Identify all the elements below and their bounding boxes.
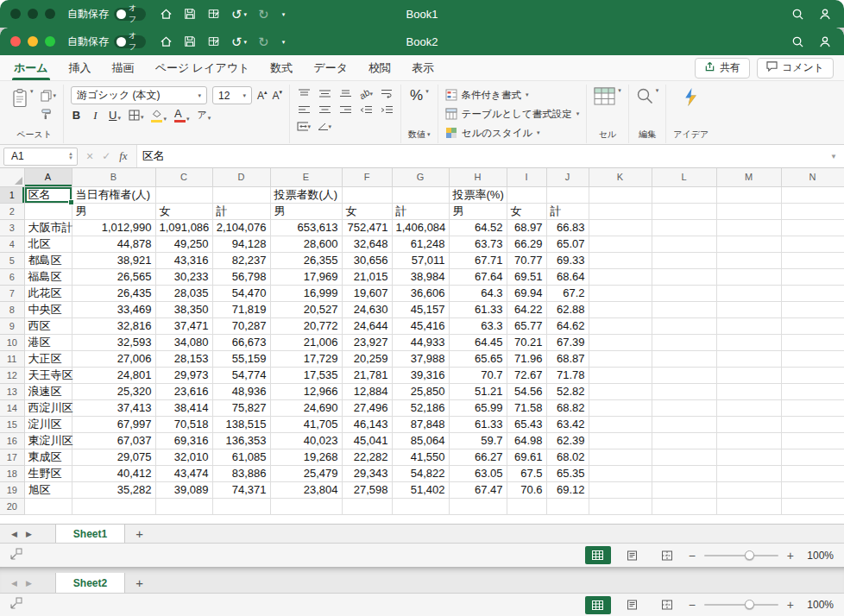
cell[interactable]: 25,479 (270, 465, 342, 481)
normal-view-button[interactable] (585, 596, 611, 614)
cell[interactable]: 37,471 (155, 317, 212, 334)
column-header[interactable]: E (270, 168, 342, 186)
ribbon-tab[interactable]: データ (313, 55, 348, 80)
cell[interactable] (342, 186, 392, 203)
column-header[interactable]: L (652, 168, 716, 186)
cell[interactable] (546, 498, 589, 514)
row-header[interactable]: 11 (0, 350, 24, 367)
cell[interactable] (716, 481, 781, 498)
cell[interactable]: 都島区 (24, 252, 72, 268)
cell[interactable]: 26,355 (270, 252, 342, 268)
cell[interactable]: 32,010 (155, 449, 212, 465)
row-header[interactable]: 14 (0, 399, 24, 416)
cell[interactable]: 71,819 (212, 301, 270, 317)
cell[interactable] (781, 203, 844, 219)
cell[interactable]: 66.83 (546, 219, 589, 236)
cell[interactable]: 東成区 (24, 449, 72, 465)
cell[interactable] (652, 268, 716, 285)
cell[interactable] (652, 383, 716, 399)
fill-color-icon[interactable]: ▾ (151, 108, 167, 123)
column-header[interactable]: B (72, 168, 155, 186)
cell[interactable]: 投票率(%) (449, 186, 507, 203)
cell[interactable]: 63.3 (449, 317, 507, 334)
comments-button[interactable]: コメント (757, 58, 834, 79)
cell[interactable] (507, 186, 546, 203)
bold-icon[interactable]: B (71, 109, 82, 122)
home-icon[interactable] (160, 35, 173, 48)
add-sheet-button[interactable]: + (125, 525, 154, 543)
ribbon-tab[interactable]: 校閲 (368, 55, 391, 80)
column-header[interactable]: M (716, 168, 781, 186)
cell[interactable]: 女 (507, 203, 546, 219)
cell[interactable]: 32,593 (72, 334, 155, 350)
cell[interactable]: 30,233 (155, 268, 212, 285)
page-layout-view-button[interactable] (620, 546, 646, 564)
cell[interactable]: 67.64 (449, 268, 507, 285)
row-header[interactable]: 4 (0, 236, 24, 252)
close-button[interactable] (10, 36, 21, 47)
cell[interactable]: 45,041 (342, 432, 392, 449)
cell[interactable]: 67.2 (546, 285, 589, 301)
cell[interactable]: 20,527 (270, 301, 342, 317)
cell[interactable] (24, 203, 72, 219)
cell[interactable]: 70,518 (155, 416, 212, 432)
cell[interactable]: 24,630 (342, 301, 392, 317)
paste-button[interactable]: ▾ (12, 85, 34, 120)
cell[interactable]: 西区 (24, 317, 72, 334)
share-person-icon[interactable] (818, 35, 832, 48)
align-right-icon[interactable] (338, 104, 352, 116)
cell[interactable]: 23,927 (342, 334, 392, 350)
cell[interactable]: 40,412 (72, 465, 155, 481)
cell[interactable]: 65.43 (507, 416, 546, 432)
cell[interactable]: 64.45 (449, 334, 507, 350)
cell[interactable]: 28,153 (155, 350, 212, 367)
cell[interactable]: 男 (72, 203, 155, 219)
cell[interactable] (589, 465, 652, 481)
cell[interactable] (781, 383, 844, 399)
cell[interactable]: 21,015 (342, 268, 392, 285)
cell[interactable]: 東淀川区 (24, 432, 72, 449)
cell[interactable]: 27,006 (72, 350, 155, 367)
cell[interactable]: 48,936 (212, 383, 270, 399)
ribbon-tab[interactable]: 挿入 (69, 55, 91, 80)
sheet-nav-right-icon[interactable]: ▶ (22, 525, 36, 543)
cell[interactable]: 37,988 (392, 350, 449, 367)
row-header[interactable]: 15 (0, 416, 24, 432)
cell[interactable]: 17,535 (270, 367, 342, 383)
ribbon-tab[interactable]: 描画 (112, 55, 135, 80)
cell[interactable]: 65.99 (449, 399, 507, 416)
cell[interactable]: 福島区 (24, 268, 72, 285)
column-header[interactable]: C (155, 168, 212, 186)
cell[interactable]: 19,607 (342, 285, 392, 301)
zoom-slider-knob[interactable] (745, 550, 754, 560)
cell[interactable]: 43,316 (155, 252, 212, 268)
row-header[interactable]: 13 (0, 383, 24, 399)
font-color-icon[interactable]: A▾ (174, 108, 190, 123)
cell[interactable] (781, 498, 844, 514)
cell[interactable] (589, 367, 652, 383)
minimize-button[interactable] (28, 36, 38, 47)
cell[interactable] (589, 350, 652, 367)
cell[interactable] (589, 416, 652, 432)
ideas-button[interactable] (673, 85, 709, 107)
cell[interactable]: 28,600 (270, 236, 342, 252)
cell[interactable]: 25,850 (392, 383, 449, 399)
cell[interactable]: 26,435 (72, 285, 155, 301)
cell[interactable]: 西淀川区 (24, 399, 72, 416)
cell[interactable]: 24,801 (72, 367, 155, 383)
undo-icon[interactable]: ↺▾ (231, 35, 247, 48)
row-header[interactable]: 5 (0, 252, 24, 268)
cell[interactable] (652, 186, 716, 203)
cell[interactable]: 1,091,086 (155, 219, 212, 236)
sheet-tab-sheet2[interactable]: Sheet2 (55, 573, 125, 593)
zoom-slider[interactable] (704, 555, 778, 556)
cell[interactable]: 63.05 (449, 465, 507, 481)
cell[interactable] (652, 416, 716, 432)
cell[interactable]: 67,997 (72, 416, 155, 432)
cell[interactable]: 浪速区 (24, 383, 72, 399)
sheet-nav-left-icon[interactable]: ◀ (7, 573, 22, 593)
cell[interactable]: 23,804 (270, 481, 342, 498)
cell[interactable]: 17,729 (270, 350, 342, 367)
titlebar-book2[interactable]: 自動保存 オフ ↺▾ ↻ ▾ Book2 (0, 28, 844, 55)
cell[interactable]: 大阪市計 (24, 219, 72, 236)
